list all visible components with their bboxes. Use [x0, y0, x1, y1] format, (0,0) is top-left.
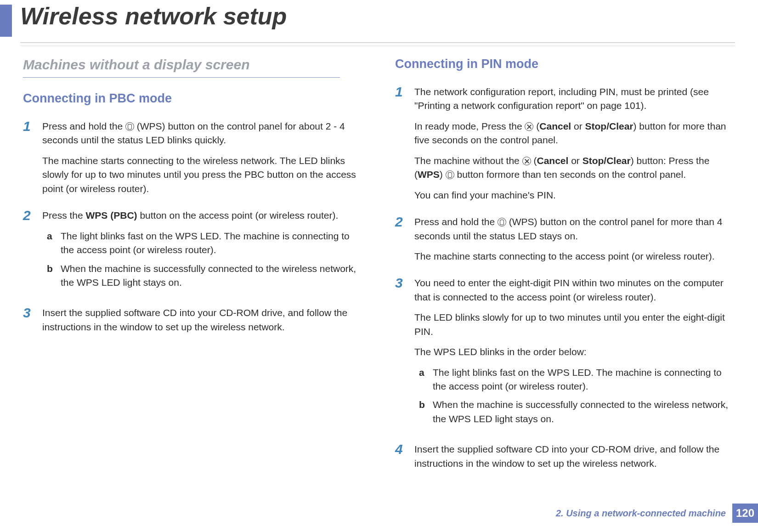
- step-number: 2: [395, 215, 414, 263]
- footer-chapter: 2. Using a network-connected machine: [556, 508, 732, 519]
- wps-icon: [125, 122, 134, 131]
- step-paragraph: The network configuration report, includ…: [414, 85, 735, 113]
- step-paragraph: The machine starts connecting to the acc…: [414, 249, 735, 263]
- content-area: Machines without a display screen Connec…: [0, 43, 758, 483]
- page-header: Wireless network setup: [0, 0, 758, 37]
- step-number: 1: [23, 119, 42, 196]
- step-body: The network configuration report, includ…: [414, 85, 735, 202]
- step-paragraph: Press and hold the (WPS) button on the c…: [414, 215, 735, 243]
- step-paragraph: Insert the supplied software CD into you…: [42, 306, 363, 334]
- step-number: 4: [395, 442, 414, 470]
- sub-step-text: When the machine is successfully connect…: [61, 262, 363, 290]
- step-paragraph: The WPS LED blinks in the order below:: [414, 345, 735, 359]
- cancel-icon: [525, 122, 533, 131]
- right-column: Connecting in PIN mode 1The network conf…: [395, 57, 735, 483]
- page-title: Wireless network setup: [20, 0, 287, 30]
- step: 2Press and hold the (WPS) button on the …: [395, 215, 735, 263]
- step-number: 1: [395, 85, 414, 202]
- left-column: Machines without a display screen Connec…: [23, 57, 363, 483]
- sub-step-text: When the machine is successfully connect…: [433, 398, 735, 426]
- subheading-pin: Connecting in PIN mode: [395, 57, 735, 71]
- subheading-pbc: Connecting in PBC mode: [23, 91, 363, 106]
- sub-step-letter: b: [47, 262, 61, 290]
- step-number: 3: [23, 306, 42, 334]
- step-number: 2: [23, 209, 42, 293]
- sub-step: aThe light blinks fast on the WPS LED. T…: [414, 366, 735, 394]
- sub-step-letter: a: [47, 229, 61, 257]
- step-body: Press and hold the (WPS) button on the c…: [414, 215, 735, 263]
- wps-icon: [446, 170, 454, 179]
- sub-step-letter: a: [419, 366, 433, 394]
- step: 4Insert the supplied software CD into yo…: [395, 442, 735, 470]
- step-body: Insert the supplied software CD into you…: [414, 442, 735, 470]
- page-number: 120: [732, 504, 758, 523]
- step: 1Press and hold the (WPS) button on the …: [23, 119, 363, 196]
- step-paragraph: You can find your machine's PIN.: [414, 188, 735, 202]
- step-body: Insert the supplied software CD into you…: [42, 306, 363, 334]
- page-footer: 2. Using a network-connected machine 120: [556, 504, 758, 523]
- sub-step-text: The light blinks fast on the WPS LED. Th…: [61, 229, 363, 257]
- pin-steps: 1The network configuration report, inclu…: [395, 85, 735, 470]
- step: 3Insert the supplied software CD into yo…: [23, 306, 363, 334]
- step-number: 3: [395, 276, 414, 430]
- step-body: Press and hold the (WPS) button on the c…: [42, 119, 363, 196]
- sub-step: bWhen the machine is successfully connec…: [42, 262, 363, 290]
- section-title-no-display: Machines without a display screen: [23, 57, 340, 78]
- header-divider: [20, 42, 735, 43]
- step-paragraph: Insert the supplied software CD into you…: [414, 442, 735, 470]
- pbc-steps: 1Press and hold the (WPS) button on the …: [23, 119, 363, 334]
- header-accent-bar: [0, 5, 12, 37]
- cancel-icon: [522, 157, 531, 165]
- sub-step-text: The light blinks fast on the WPS LED. Th…: [433, 366, 735, 394]
- step-paragraph: Press and hold the (WPS) button on the c…: [42, 119, 363, 147]
- step-paragraph: The machine starts connecting to the wir…: [42, 154, 363, 196]
- step: 2Press the WPS (PBC) button on the acces…: [23, 209, 363, 293]
- step-paragraph: In ready mode, Press the (Cancel or Stop…: [414, 119, 735, 147]
- step-body: Press the WPS (PBC) button on the access…: [42, 209, 363, 293]
- step-body: You need to enter the eight-digit PIN wi…: [414, 276, 735, 430]
- sub-step: aThe light blinks fast on the WPS LED. T…: [42, 229, 363, 257]
- step-paragraph: You need to enter the eight-digit PIN wi…: [414, 276, 735, 304]
- sub-step-letter: b: [419, 398, 433, 426]
- step: 3You need to enter the eight-digit PIN w…: [395, 276, 735, 430]
- step-paragraph: Press the WPS (PBC) button on the access…: [42, 209, 363, 222]
- step: 1The network configuration report, inclu…: [395, 85, 735, 202]
- wps-icon: [498, 218, 506, 226]
- sub-step: bWhen the machine is successfully connec…: [414, 398, 735, 426]
- step-paragraph: The machine without the (Cancel or Stop/…: [414, 154, 735, 182]
- step-paragraph: The LED blinks slowly for up to two minu…: [414, 311, 735, 339]
